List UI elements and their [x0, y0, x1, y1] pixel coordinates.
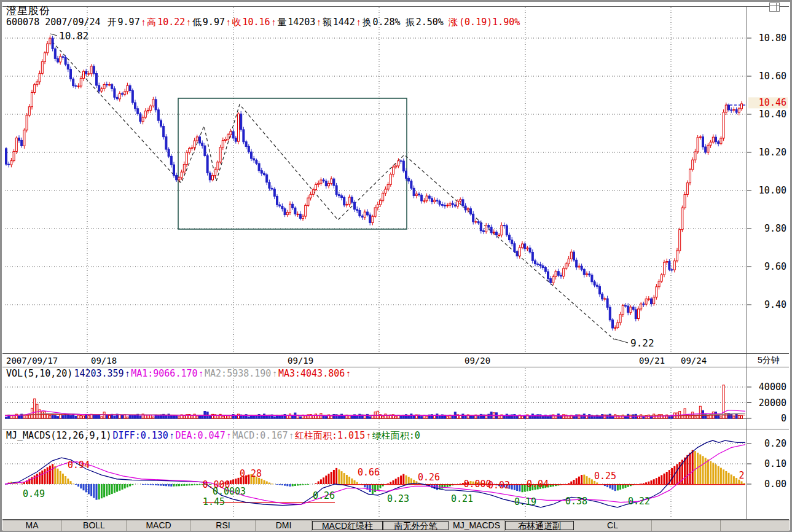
toolbar-button-empty-10: [652, 520, 721, 531]
up-arrow-icon: ↑: [227, 430, 232, 440]
macd-area-value: 0.25: [594, 471, 616, 482]
chart-text-label: 0: [781, 413, 786, 424]
quote-field-label: 振: [406, 17, 415, 27]
toolbar-empty-space: [721, 520, 790, 531]
indicator-value: MACD:0.167: [232, 430, 288, 441]
restore-window-icon-bar: [770, 5, 779, 6]
macd-area-value: 0.94: [68, 460, 90, 471]
quote-field-label: 开: [108, 17, 117, 27]
chart-text-label: 40000: [759, 381, 786, 393]
chart-text-label: 09/24: [681, 356, 707, 366]
chart-canvas[interactable]: 10.8010.6010.4010.2010.009.809.609.4010.…: [0, 0, 792, 532]
up-arrow-icon: ↑: [316, 17, 321, 27]
chart-text-label: 09/18: [91, 356, 117, 366]
chart-text-label: 10.00: [759, 185, 786, 196]
toolbar-button-MACD红绿柱[interactable]: MACD红绿柱: [312, 521, 383, 530]
indicator-value: 14203.359: [74, 368, 124, 379]
chart-text-label: 09/19: [288, 356, 313, 366]
right-axis: 10.8010.6010.4010.2010.009.809.609.4010.…: [747, 33, 788, 490]
macd-annotations: 0.940.490.280.0000.00031.450.260.660.230…: [23, 460, 745, 507]
chart-text-label: 20000: [759, 397, 786, 409]
candlestick-series: [6, 35, 743, 331]
quote-field-value: 0.28%: [372, 17, 400, 28]
indicator-value: DEA:0.047: [175, 430, 225, 441]
restore-window-icon[interactable]: [769, 2, 780, 12]
macd-area-value: 0.04: [527, 479, 549, 490]
stock-name: 澄星股份: [6, 4, 50, 18]
up-arrow-icon: ↑: [186, 17, 191, 27]
up-arrow-icon: ↑: [366, 430, 371, 440]
low-price-callout: 9.22: [630, 337, 654, 349]
chart-text-label: 0.20: [764, 438, 786, 449]
macd-area-value: 0.02: [488, 480, 510, 491]
macd-area-value: 0.23: [387, 493, 409, 504]
chart-text-label: 09/20: [465, 356, 490, 366]
chart-text-label: 10.40: [759, 109, 786, 120]
chart-text-label: 10.20: [759, 147, 786, 158]
up-arrow-icon: ↑: [125, 368, 130, 378]
indicator-value: VOL(5,10,20): [6, 368, 73, 379]
last-price-label: 10.46: [759, 97, 786, 108]
macd-area-value: 0.28: [240, 468, 262, 479]
toolbar-button-MACD[interactable]: MACD: [127, 520, 191, 531]
quote-field-label: 量: [277, 17, 286, 27]
stock-trading-window: 10.8010.6010.4010.2010.009.809.609.4010.…: [0, 0, 792, 532]
macd-area-value: 1.45: [203, 496, 225, 507]
chart-text-label: 9.40: [764, 299, 786, 310]
indicator-value: DIFF:0.130: [113, 430, 168, 441]
quote-field-label: 额: [323, 17, 332, 27]
macd-area-value: 0.26: [313, 490, 335, 501]
indicator-value: 红柱面积:1.015: [295, 430, 365, 441]
macd-area-value: 0.000: [463, 479, 491, 490]
quote-field-label: 换: [362, 17, 371, 27]
macd-area-value: 0.66: [358, 467, 380, 478]
toolbar-button-布林通道副[interactable]: 布林通道副: [505, 521, 574, 530]
toolbar-button-南无外分笔[interactable]: 南无外分笔: [383, 521, 449, 530]
quote-field-value: 9.97: [203, 17, 225, 28]
up-arrow-icon: ↑: [141, 17, 146, 27]
quote-info-line: 600078 2007/09/24 开9.97↑高10.22↑低9.97↑收10…: [6, 17, 522, 28]
panel-borders: [1, 1, 791, 531]
quote-field-value: 10.16: [242, 17, 270, 28]
up-arrow-icon: ↑: [199, 368, 204, 378]
macd-area-value: 2: [739, 470, 744, 481]
timeframe-label: 5分钟: [758, 355, 780, 366]
restore-window-icon-line: [776, 3, 777, 11]
up-arrow-icon: ↑: [272, 368, 277, 378]
macd-area-value: 0.26: [418, 472, 440, 483]
macd-area-value: 0.49: [23, 488, 45, 499]
main-chart-annotations: 10.829.22: [50, 30, 746, 349]
macd-area-value: 0.21: [451, 493, 473, 504]
volume-indicator-header: VOL(5,10,20)14203.359↑MA1:9066.170↑MA2:5…: [6, 368, 352, 379]
toolbar-button-CL[interactable]: CL: [574, 520, 652, 531]
chart-text-label: 9.80: [764, 223, 786, 234]
quote-field-label: 收: [232, 17, 241, 27]
macd-area-value: 0.38: [565, 496, 587, 507]
indicator-value: MA2:5938.190: [205, 368, 271, 379]
dashed-trendline: [52, 42, 614, 340]
up-arrow-icon: ↑: [170, 430, 174, 440]
up-arrow-icon: ↑: [289, 430, 294, 440]
quote-field-value: 10.22: [157, 17, 185, 28]
toolbar-button-MJ_MACDS[interactable]: MJ_MACDS: [449, 520, 505, 531]
spacer: [445, 17, 447, 27]
date-axis: 2007/09/1709/1809/1909/2009/2109/24: [6, 356, 707, 366]
macd-area-value: 0.19: [514, 496, 536, 507]
volume-bars: [6, 385, 743, 418]
spacer: [402, 17, 404, 27]
chart-text-label: 10.60: [759, 71, 786, 82]
toolbar-button-RSI[interactable]: RSI: [191, 520, 256, 531]
toolbar-button-BOLL[interactable]: BOLL: [62, 520, 127, 531]
high-price-callout: 10.82: [59, 30, 88, 42]
macd-area-value: 0.0003: [213, 486, 246, 497]
stock-code-and-date: 600078 2007/09/24: [6, 17, 106, 28]
indicator-value: MA1:9066.170: [131, 368, 197, 379]
macd-indicator-header: MJ_MACDS(12,26,9,1)DIFF:0.130↑DEA:0.047↑…: [6, 430, 421, 442]
quote-field-value: 1442: [333, 17, 355, 28]
chart-text-label: 0.00: [764, 479, 786, 490]
indicator-toolbar: MABOLLMACDRSIDMIMACD红绿柱南无外分笔MJ_MACDS布林通道…: [2, 520, 790, 531]
quote-field-value: 9.97: [118, 17, 140, 28]
up-arrow-icon: ↑: [226, 17, 231, 27]
toolbar-button-DMI[interactable]: DMI: [256, 520, 312, 531]
toolbar-button-MA[interactable]: MA: [2, 520, 62, 531]
